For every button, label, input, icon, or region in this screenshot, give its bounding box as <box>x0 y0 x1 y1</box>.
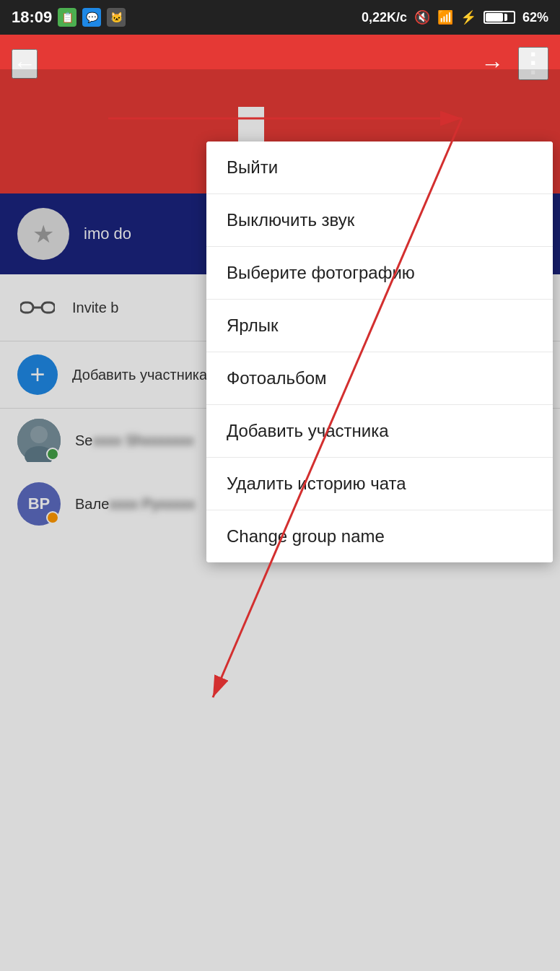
battery-cap <box>504 14 507 21</box>
menu-item-photo[interactable]: Выберите фотографию <box>206 247 553 300</box>
data-speed: 0,22K/c <box>362 10 407 25</box>
menu-item-album[interactable]: Фотоальбом <box>206 352 553 405</box>
status-left: 18:09 📋 💬 🐱 <box>12 8 126 27</box>
page-wrapper: 18:09 📋 💬 🐱 0,22K/c 🔇 📶 ⚡ 62% ← <box>0 0 560 971</box>
chat-icon: 💬 <box>82 8 101 27</box>
status-icons: 📋 💬 🐱 <box>58 8 126 27</box>
menu-item-change-name[interactable]: Change group name <box>206 510 553 562</box>
battery-indicator <box>484 11 515 24</box>
status-time: 18:09 <box>12 8 52 27</box>
menu-item-shortcut[interactable]: Ярлык <box>206 300 553 352</box>
status-bar: 18:09 📋 💬 🐱 0,22K/c 🔇 📶 ⚡ 62% <box>0 0 560 35</box>
dropdown-overlay[interactable]: Выйти Выключить звук Выберите фотографию… <box>0 69 560 971</box>
dropdown-menu: Выйти Выключить звук Выберите фотографию… <box>206 141 553 562</box>
menu-item-add-member[interactable]: Добавить участника <box>206 405 553 458</box>
signal-icon: 📶 <box>437 9 453 25</box>
menu-item-exit[interactable]: Выйти <box>206 141 553 194</box>
app-body: ← → ⋮ ★ imo do <box>0 35 560 971</box>
battery-fill <box>486 13 503 22</box>
menu-item-delete-history[interactable]: Удалить историю чата <box>206 458 553 510</box>
notification-icon: 📋 <box>58 8 76 27</box>
menu-item-mute[interactable]: Выключить звук <box>206 194 553 247</box>
bolt-icon: ⚡ <box>460 9 476 25</box>
battery-percent: 62% <box>522 10 548 25</box>
mute-icon: 🔇 <box>414 9 430 25</box>
app-icon: 🐱 <box>107 8 126 27</box>
status-right: 0,22K/c 🔇 📶 ⚡ 62% <box>362 9 548 25</box>
